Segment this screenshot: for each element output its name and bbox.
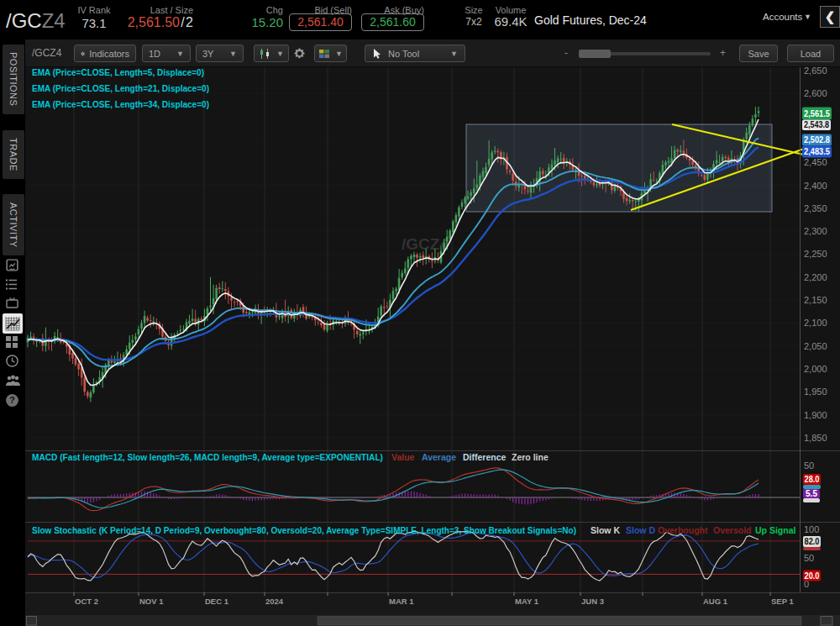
svg-text:2,100: 2,100 <box>804 318 827 328</box>
svg-text:DEC 1: DEC 1 <box>205 597 229 606</box>
svg-text:NOV 1: NOV 1 <box>139 597 164 606</box>
svg-text:Slow D: Slow D <box>626 525 655 535</box>
svg-text:EMA (Price=CLOSE, Length=21, D: EMA (Price=CLOSE, Length=21, Displace=0) <box>32 83 209 93</box>
svg-text:MAR 1: MAR 1 <box>389 597 414 606</box>
svg-text:AUG 1: AUG 1 <box>703 597 728 606</box>
svg-text:OCT 2: OCT 2 <box>75 597 98 606</box>
svg-text:2,150: 2,150 <box>804 295 827 305</box>
svg-text:1,900: 1,900 <box>804 410 827 420</box>
svg-text:SEP 1: SEP 1 <box>771 597 794 606</box>
svg-text:?: ? <box>9 395 14 405</box>
svg-text:Slow K: Slow K <box>591 525 620 535</box>
svg-text:Average: Average <box>422 452 456 462</box>
svg-text:2,000: 2,000 <box>804 364 827 374</box>
svg-text:5.5: 5.5 <box>806 489 817 498</box>
svg-text:2,450: 2,450 <box>804 157 827 167</box>
svg-text:20.0: 20.0 <box>805 571 820 581</box>
svg-text:2,200: 2,200 <box>804 272 827 282</box>
svg-text:2,483.5: 2,483.5 <box>804 146 830 156</box>
svg-text:100: 100 <box>804 524 819 534</box>
svg-text:Zero line: Zero line <box>512 452 549 462</box>
svg-text:50: 50 <box>804 460 814 471</box>
svg-text:Difference: Difference <box>463 452 507 462</box>
svg-text:2,600: 2,600 <box>804 88 827 98</box>
svg-text:1,950: 1,950 <box>804 387 827 397</box>
svg-text:2,050: 2,050 <box>804 341 827 351</box>
svg-text:1,850: 1,850 <box>804 433 827 443</box>
svg-text:2,561.5: 2,561.5 <box>804 108 830 118</box>
svg-text:Value: Value <box>391 452 415 462</box>
svg-text:82.0: 82.0 <box>805 537 820 546</box>
svg-text:EMA (Price=CLOSE, Length=34, D: EMA (Price=CLOSE, Length=34, Displace=0) <box>32 99 209 109</box>
svg-text:Slow Stochastic (K Period=14,: Slow Stochastic (K Period=14, D Period=9… <box>32 525 576 535</box>
svg-text:JUN 3: JUN 3 <box>581 597 604 606</box>
svg-text:2024: 2024 <box>265 597 284 606</box>
svg-text:MAY 1: MAY 1 <box>515 597 539 606</box>
svg-text:2,300: 2,300 <box>804 226 827 236</box>
svg-text:2,250: 2,250 <box>804 249 827 259</box>
svg-text:MACD (Fast length=12, Slow len: MACD (Fast length=12, Slow length=26, MA… <box>32 452 383 462</box>
svg-text:2,543.8: 2,543.8 <box>804 119 829 129</box>
svg-text:2,502.8: 2,502.8 <box>804 134 830 145</box>
svg-text:2,400: 2,400 <box>804 181 827 191</box>
svg-text:EMA (Price=CLOSE, Length=5, Di: EMA (Price=CLOSE, Length=5, Displace=0) <box>32 67 204 77</box>
svg-text:Oversold: Oversold <box>713 525 752 535</box>
svg-text:50: 50 <box>804 553 814 563</box>
svg-text:2,350: 2,350 <box>804 203 827 213</box>
svg-text:/GCZ4: /GCZ4 <box>402 235 449 253</box>
svg-text:Up Signal: Up Signal <box>755 525 796 535</box>
svg-text:28.0: 28.0 <box>805 475 820 484</box>
svg-text:Overbought: Overbought <box>658 525 708 535</box>
